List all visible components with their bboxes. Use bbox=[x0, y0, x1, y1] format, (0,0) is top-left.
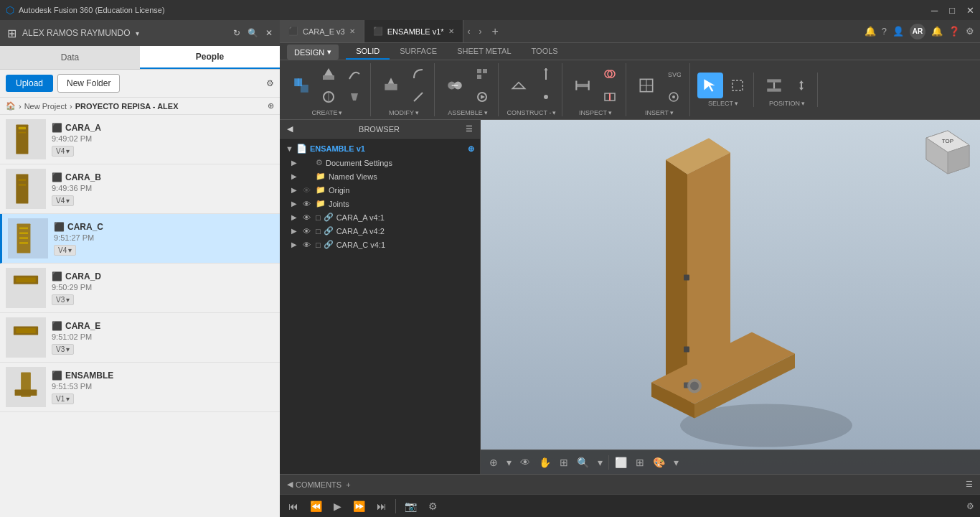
window-select-button[interactable] bbox=[726, 75, 749, 96]
question-icon[interactable]: ❓ bbox=[948, 26, 960, 37]
loft-button[interactable] bbox=[343, 86, 366, 108]
browser-item-cara-a-2[interactable]: ▶ 👁 □ 🔗 CARA_A v4:2 bbox=[280, 224, 480, 238]
tab-surface[interactable]: SURFACE bbox=[390, 44, 447, 60]
checkbox-icon[interactable]: □ bbox=[316, 227, 321, 236]
construct-axis-button[interactable] bbox=[534, 63, 557, 85]
browser-item-named-views[interactable]: ▶ 📁 Named Views bbox=[280, 169, 480, 183]
browser-item-cara-a-1[interactable]: ▶ 👁 □ 🔗 CARA_A v4:1 bbox=[280, 210, 480, 224]
chamfer-button[interactable] bbox=[407, 86, 430, 108]
help-icon[interactable]: ? bbox=[882, 26, 887, 37]
select-button[interactable] bbox=[697, 73, 723, 98]
grid-icon[interactable]: ⊞ bbox=[633, 455, 647, 470]
extrude-button[interactable] bbox=[317, 63, 340, 85]
insert-mesh-button[interactable] bbox=[633, 73, 659, 98]
settings-icon-bottom[interactable]: ⚙ bbox=[966, 501, 974, 511]
people-tab[interactable]: People bbox=[140, 46, 280, 69]
play-button[interactable]: ▶ bbox=[331, 499, 344, 513]
eye-icon-hidden[interactable]: 👁 bbox=[303, 186, 313, 195]
list-item[interactable]: ⬛ CARA_E 9:51:02 PM V3▾ bbox=[0, 313, 280, 363]
play-settings-icon[interactable]: ⚙ bbox=[425, 499, 440, 513]
zoom-dropdown-icon[interactable]: ▾ bbox=[595, 455, 606, 470]
go-start-button[interactable]: ⏮ bbox=[286, 499, 301, 513]
tab-solid[interactable]: SOLID bbox=[346, 44, 390, 60]
fillet-button[interactable] bbox=[407, 63, 430, 85]
eye-icon[interactable]: 👁 bbox=[303, 213, 313, 222]
orbit-dropdown-icon[interactable]: ▾ bbox=[504, 455, 514, 470]
measure-button[interactable] bbox=[570, 73, 595, 98]
press-pull-button[interactable] bbox=[378, 73, 404, 98]
construct-plane-button[interactable] bbox=[506, 73, 532, 98]
list-item[interactable]: ⬛ CARA_A 9:49:02 PM V4▾ bbox=[0, 115, 280, 164]
doc-tab-ensamble[interactable]: ⬛ ENSAMBLE v1* ✕ bbox=[364, 20, 463, 42]
breadcrumb-settings-icon[interactable]: ⊕ bbox=[268, 101, 274, 111]
new-folder-button[interactable]: New Folder bbox=[57, 74, 120, 93]
next-frame-button[interactable]: ⏩ bbox=[350, 499, 368, 513]
tabs-scroll-left[interactable]: ‹ bbox=[463, 27, 475, 37]
prev-frame-button[interactable]: ⏪ bbox=[307, 499, 325, 513]
align-button[interactable] bbox=[761, 73, 787, 98]
insert-svg-button[interactable]: SVG bbox=[662, 63, 685, 85]
minimize-button[interactable]: ─ bbox=[931, 5, 938, 16]
user-settings-icon[interactable]: 👤 bbox=[892, 26, 904, 37]
browser-item-doc-settings[interactable]: ▶ ⚙ Document Settings bbox=[280, 156, 480, 169]
home-icon[interactable]: 🏠 bbox=[6, 101, 16, 111]
drive-joint-button[interactable] bbox=[471, 86, 494, 108]
user-chevron[interactable]: ▾ bbox=[136, 29, 139, 37]
tab-tools[interactable]: TOOLS bbox=[522, 44, 568, 60]
joint-button[interactable] bbox=[442, 73, 468, 98]
revolve-button[interactable] bbox=[317, 86, 340, 108]
eye-icon[interactable]: 👁 bbox=[303, 200, 313, 208]
browser-collapse-icon[interactable]: ◀ bbox=[287, 124, 293, 134]
refresh-icon[interactable]: ↻ bbox=[233, 28, 240, 38]
list-item[interactable]: ⬛ CARA_C 9:51:27 PM V4▾ bbox=[0, 214, 280, 264]
upload-button[interactable]: Upload bbox=[6, 75, 53, 92]
eye-icon[interactable]: 👁 bbox=[303, 227, 313, 236]
doc-tab-cara-e[interactable]: ⬛ CARA_E v3 ✕ bbox=[280, 20, 364, 42]
visual-style-dropdown-icon[interactable]: ▾ bbox=[671, 455, 682, 470]
browser-item-origin[interactable]: ▶ 👁 📁 Origin bbox=[280, 183, 480, 197]
notification-bell-icon[interactable]: 🔔 bbox=[931, 26, 943, 37]
data-tab[interactable]: Data bbox=[0, 46, 140, 69]
list-item[interactable]: ⬛ CARA_D 9:50:29 PM V3▾ bbox=[0, 264, 280, 313]
eye-icon[interactable]: 👁 bbox=[303, 241, 313, 249]
user-avatar[interactable]: AR bbox=[910, 24, 925, 39]
zoom-window-icon[interactable]: 🔍 bbox=[574, 455, 592, 470]
search-icon[interactable]: 🔍 bbox=[248, 28, 258, 38]
section-button[interactable] bbox=[598, 86, 621, 108]
close-panel-icon[interactable]: ✕ bbox=[265, 28, 273, 38]
viewport[interactable]: TOP bbox=[481, 120, 980, 474]
display-settings-icon[interactable]: ⬜ bbox=[612, 455, 630, 470]
list-item[interactable]: ⬛ CARA_B 9:49:36 PM V4▾ bbox=[0, 164, 280, 214]
pan-icon[interactable]: ✋ bbox=[536, 455, 554, 470]
settings-icon[interactable]: ⚙ bbox=[966, 26, 974, 37]
settings-icon[interactable]: ⚙ bbox=[266, 78, 274, 88]
construct-point-button[interactable] bbox=[534, 86, 557, 108]
move-copy-button[interactable] bbox=[790, 75, 813, 96]
zoom-fit-icon[interactable]: ⊞ bbox=[557, 455, 571, 470]
create-new-body-button[interactable] bbox=[288, 73, 314, 98]
breadcrumb-folder[interactable]: PROYECTO REPISA - ALEX bbox=[75, 102, 179, 111]
add-comment-icon[interactable]: + bbox=[346, 480, 350, 489]
browser-menu-icon[interactable]: ☰ bbox=[466, 124, 473, 134]
nav-cube[interactable]: TOP bbox=[923, 127, 973, 177]
tabs-scroll-right[interactable]: › bbox=[475, 27, 486, 37]
camera-icon[interactable]: 📷 bbox=[402, 499, 420, 513]
decal-button[interactable] bbox=[662, 86, 685, 108]
sweep-button[interactable] bbox=[343, 63, 366, 85]
maximize-button[interactable]: □ bbox=[949, 5, 955, 16]
root-collapse-icon[interactable]: ▼ bbox=[286, 144, 293, 153]
tab-sheet-metal[interactable]: SHEET METAL bbox=[447, 44, 521, 60]
rigid-group-button[interactable] bbox=[471, 63, 494, 85]
orbit-icon[interactable]: ⊕ bbox=[486, 455, 501, 470]
go-end-button[interactable]: ⏭ bbox=[374, 499, 390, 513]
close-tab-icon[interactable]: ✕ bbox=[349, 27, 355, 35]
checkbox-icon[interactable]: □ bbox=[316, 213, 321, 222]
close-tab-active-icon[interactable]: ✕ bbox=[448, 27, 454, 35]
visual-style-icon[interactable]: 🎨 bbox=[650, 455, 668, 470]
close-button[interactable]: ✕ bbox=[966, 5, 974, 16]
breadcrumb-project[interactable]: New Project bbox=[24, 102, 67, 111]
design-mode-button[interactable]: DESIGN ▾ bbox=[287, 45, 339, 60]
new-tab-button[interactable]: + bbox=[486, 25, 504, 38]
notification-icon[interactable]: 🔔 bbox=[864, 26, 876, 37]
checkbox-icon[interactable]: □ bbox=[316, 241, 321, 249]
